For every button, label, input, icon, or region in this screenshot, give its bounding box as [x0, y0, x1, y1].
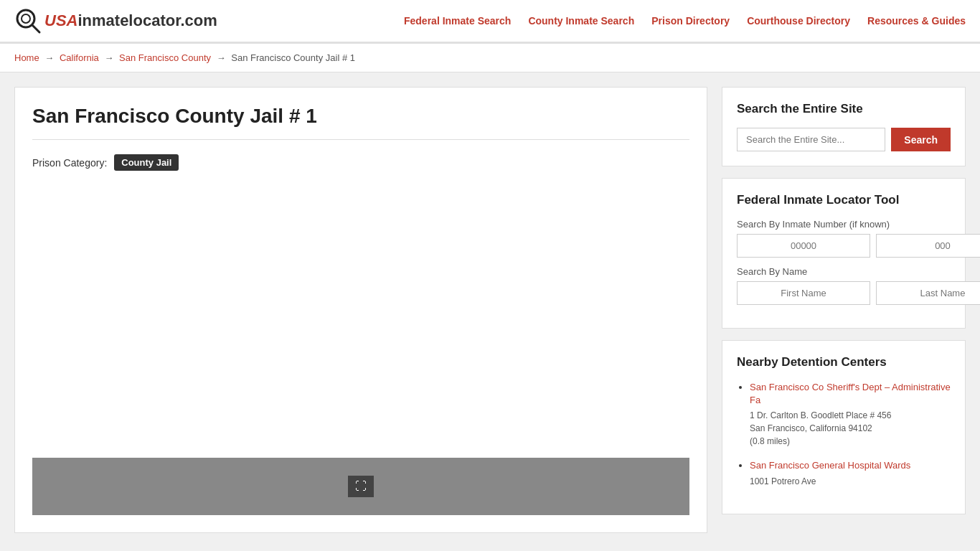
main-nav: Federal Inmate Search County Inmate Sear… — [404, 15, 966, 27]
nearby-list: San Francisco Co Sheriff's Dept – Admini… — [737, 381, 951, 488]
list-item: San Francisco Co Sheriff's Dept – Admini… — [750, 381, 951, 448]
breadcrumb-county[interactable]: San Francisco County — [119, 52, 211, 63]
nav-prison-directory[interactable]: Prison Directory — [651, 15, 730, 27]
breadcrumb: Home → California → San Francisco County… — [0, 44, 980, 72]
name-search-row: Submit — [737, 281, 951, 305]
search-button[interactable]: Search — [891, 128, 951, 151]
nearby-address-1: 1 Dr. Carlton B. Goodlett Place # 456 Sa… — [750, 409, 951, 448]
nav-courthouse-directory[interactable]: Courthouse Directory — [747, 15, 850, 27]
logo-text: USAinmatelocator.com — [44, 11, 217, 30]
federal-section-title: Federal Inmate Locator Tool — [737, 193, 951, 207]
page-title: San Francisco County Jail # 1 — [32, 105, 689, 140]
breadcrumb-california[interactable]: California — [60, 52, 99, 63]
inmate-number-input1[interactable] — [737, 234, 870, 258]
nav-federal-inmate-search[interactable]: Federal Inmate Search — [404, 15, 511, 27]
sidebar: Search the Entire Site Search Federal In… — [722, 87, 966, 533]
last-name-input[interactable] — [876, 281, 980, 305]
inmate-number-label: Search By Inmate Number (if known) — [737, 219, 951, 230]
breadcrumb-arrow-3: → — [217, 52, 226, 63]
list-item: San Francisco General Hospital Wards 100… — [750, 459, 951, 487]
breadcrumb-home[interactable]: Home — [14, 52, 39, 63]
breadcrumb-current: San Francisco County Jail # 1 — [231, 52, 355, 63]
nearby-section-title: Nearby Detention Centers — [737, 355, 951, 369]
main-container: San Francisco County Jail # 1 Prison Cat… — [0, 72, 980, 547]
prison-category-row: Prison Category: County Jail — [32, 154, 689, 171]
nearby-address-2: 1001 Potrero Ave — [750, 475, 951, 488]
prison-category-label: Prison Category: — [32, 157, 107, 169]
svg-point-1 — [22, 14, 30, 23]
nav-resources-guides[interactable]: Resources & Guides — [867, 15, 966, 27]
search-input[interactable] — [737, 128, 885, 151]
nearby-link-2[interactable]: San Francisco General Hospital Wards — [750, 460, 910, 471]
breadcrumb-arrow-2: → — [104, 52, 113, 63]
breadcrumb-arrow-1: → — [44, 52, 54, 63]
map-area: ⛶ — [32, 458, 689, 515]
map-expand-button[interactable]: ⛶ — [348, 476, 374, 497]
header: USAinmatelocator.com Federal Inmate Sear… — [0, 0, 980, 44]
inmate-number-row: Submit — [737, 234, 951, 258]
svg-line-2 — [32, 25, 39, 32]
logo-icon — [14, 7, 42, 34]
prison-category-badge: County Jail — [114, 154, 179, 171]
logo[interactable]: USAinmatelocator.com — [14, 7, 217, 34]
nearby-detention-card: Nearby Detention Centers San Francisco C… — [722, 340, 966, 514]
search-row: Search — [737, 128, 951, 151]
inmate-number-input2[interactable] — [876, 234, 980, 258]
first-name-input[interactable] — [737, 281, 870, 305]
nav-county-inmate-search[interactable]: County Inmate Search — [528, 15, 634, 27]
search-section-title: Search the Entire Site — [737, 102, 951, 116]
search-card: Search the Entire Site Search — [722, 87, 966, 166]
content-area: San Francisco County Jail # 1 Prison Cat… — [14, 87, 707, 533]
nearby-link-1[interactable]: San Francisco Co Sheriff's Dept – Admini… — [750, 382, 951, 405]
federal-locator-card: Federal Inmate Locator Tool Search By In… — [722, 178, 966, 329]
name-search-label: Search By Name — [737, 266, 951, 277]
